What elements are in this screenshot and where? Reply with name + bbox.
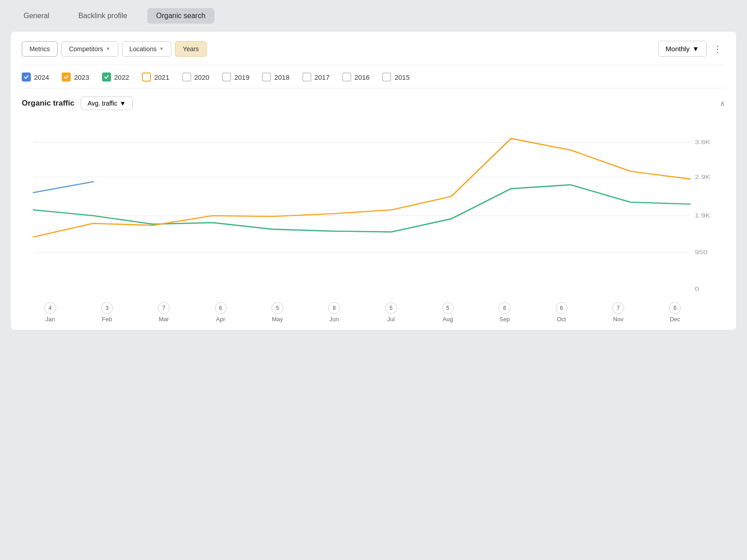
- year-label-2017: 2017: [315, 73, 330, 81]
- year-item-2016[interactable]: 2016: [342, 72, 369, 82]
- filter-row: Metrics Competitors ▼ Locations ▼ Years …: [22, 41, 725, 65]
- top-nav: General Backlink profile Organic search: [0, 0, 747, 32]
- x-label-mar: 7Mar: [136, 302, 192, 323]
- avg-traffic-button[interactable]: Avg. traffic ▼: [81, 97, 132, 110]
- x-badge-jan: 4: [44, 302, 56, 314]
- x-label-jan: 4Jan: [22, 302, 78, 323]
- x-badge-aug: 5: [442, 302, 454, 314]
- year-item-2018[interactable]: 2018: [262, 72, 289, 82]
- svg-text:0: 0: [695, 285, 699, 292]
- month-label-feb: Feb: [102, 316, 112, 323]
- more-button[interactable]: ⋮: [710, 42, 725, 56]
- x-label-jul: 5Jul: [363, 302, 419, 323]
- x-label-may: 5May: [249, 302, 306, 323]
- svg-text:3.8K: 3.8K: [695, 139, 711, 145]
- checkbox-2023[interactable]: [62, 72, 71, 82]
- locations-button[interactable]: Locations ▼: [122, 41, 172, 57]
- month-label-oct: Oct: [557, 316, 566, 323]
- avg-chevron: ▼: [120, 100, 126, 107]
- year-item-2023[interactable]: 2023: [62, 72, 89, 82]
- year-item-2017[interactable]: 2017: [302, 72, 330, 82]
- x-label-feb: 3Feb: [78, 302, 135, 323]
- x-label-jun: 8Jun: [306, 302, 363, 323]
- month-label-jan: Jan: [45, 316, 55, 323]
- year-label-2021: 2021: [154, 73, 169, 81]
- month-label-mar: Mar: [159, 316, 169, 323]
- month-label-apr: Apr: [216, 316, 225, 323]
- chart-svg: 9501.9K2.9K3.8K0: [22, 117, 725, 299]
- years-button[interactable]: Years: [175, 41, 206, 57]
- checkbox-2018[interactable]: [262, 72, 271, 82]
- year-label-2019: 2019: [234, 73, 249, 81]
- checkbox-2024[interactable]: [22, 72, 31, 82]
- year-item-2024[interactable]: 2024: [22, 72, 49, 82]
- month-label-jul: Jul: [387, 316, 395, 323]
- competitors-button[interactable]: Competitors ▼: [61, 41, 118, 57]
- x-label-dec: 6Dec: [647, 302, 703, 323]
- year-label-2020: 2020: [194, 73, 209, 81]
- chart-title: Organic traffic: [22, 99, 74, 108]
- month-label-may: May: [272, 316, 283, 323]
- x-badge-oct: 6: [556, 302, 568, 314]
- x-badge-sep: 6: [499, 302, 510, 314]
- nav-general[interactable]: General: [15, 8, 58, 24]
- x-badge-apr: 6: [215, 302, 227, 314]
- year-label-2016: 2016: [354, 73, 369, 81]
- main-card: Metrics Competitors ▼ Locations ▼ Years …: [11, 32, 736, 330]
- month-label-sep: Sep: [500, 316, 510, 323]
- year-label-2023: 2023: [74, 73, 89, 81]
- svg-text:950: 950: [695, 249, 708, 256]
- x-badge-jul: 5: [385, 302, 397, 314]
- year-label-2018: 2018: [274, 73, 289, 81]
- chart-section: Organic traffic Avg. traffic ▼ ∧ 9501.9K…: [22, 88, 725, 330]
- x-label-nov: 7Nov: [590, 302, 646, 323]
- x-label-sep: 6Sep: [476, 302, 533, 323]
- year-item-2022[interactable]: 2022: [102, 72, 129, 82]
- year-item-2020[interactable]: 2020: [182, 72, 209, 82]
- monthly-button[interactable]: Monthly ▼: [658, 41, 707, 57]
- year-item-2015[interactable]: 2015: [382, 72, 409, 82]
- x-badge-dec: 6: [669, 302, 681, 314]
- x-label-aug: 5Aug: [419, 302, 476, 323]
- year-checkboxes: 2024 2023 202220212020201920182017201620…: [22, 65, 725, 88]
- svg-text:1.9K: 1.9K: [695, 212, 711, 219]
- svg-text:2.9K: 2.9K: [695, 174, 711, 180]
- year-label-2024: 2024: [34, 73, 49, 81]
- checkbox-2017[interactable]: [302, 72, 311, 82]
- year-label-2022: 2022: [114, 73, 129, 81]
- month-label-aug: Aug: [442, 316, 453, 323]
- nav-backlink[interactable]: Backlink profile: [69, 8, 136, 24]
- year-item-2021[interactable]: 2021: [142, 72, 169, 82]
- x-badge-mar: 7: [158, 302, 170, 314]
- x-axis-row: 4Jan3Feb7Mar6Apr5May8Jun5Jul5Aug6Sep6Oct…: [22, 299, 703, 330]
- year-item-2019[interactable]: 2019: [222, 72, 249, 82]
- x-badge-nov: 7: [612, 302, 624, 314]
- month-label-nov: Nov: [613, 316, 623, 323]
- competitors-chevron: ▼: [106, 46, 111, 51]
- x-label-apr: 6Apr: [192, 302, 249, 323]
- month-label-dec: Dec: [670, 316, 680, 323]
- x-badge-feb: 3: [101, 302, 113, 314]
- locations-chevron: ▼: [159, 46, 164, 51]
- year-label-2015: 2015: [394, 73, 409, 81]
- x-badge-jun: 8: [328, 302, 340, 314]
- nav-organic[interactable]: Organic search: [147, 8, 215, 24]
- monthly-chevron: ▼: [692, 45, 699, 53]
- chart-area: 9501.9K2.9K3.8K0: [22, 117, 725, 299]
- checkbox-2019[interactable]: [222, 72, 231, 82]
- x-badge-may: 5: [272, 302, 283, 314]
- checkbox-2022[interactable]: [102, 72, 111, 82]
- checkbox-2015[interactable]: [382, 72, 391, 82]
- x-label-oct: 6Oct: [533, 302, 590, 323]
- checkbox-2016[interactable]: [342, 72, 351, 82]
- checkbox-2021[interactable]: [142, 72, 151, 82]
- month-label-jun: Jun: [330, 316, 339, 323]
- metrics-button[interactable]: Metrics: [22, 41, 58, 57]
- checkbox-2020[interactable]: [182, 72, 191, 82]
- collapse-button[interactable]: ∧: [720, 99, 725, 108]
